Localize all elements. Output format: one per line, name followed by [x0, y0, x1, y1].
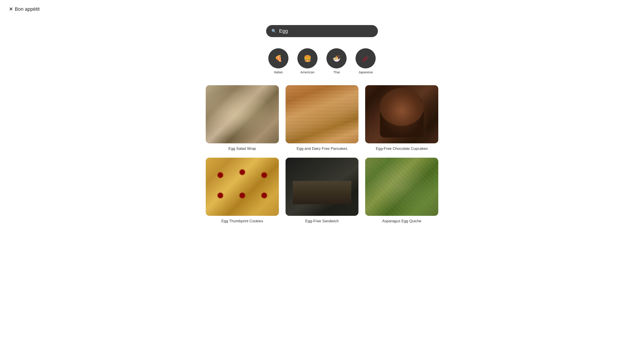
recipe-title-1: Egg Salad Wrap: [228, 146, 256, 151]
category-item-thai[interactable]: 🍜 Thai: [326, 48, 346, 74]
recipe-image-5: [286, 158, 359, 216]
category-circle-japanese[interactable]: 🥢: [356, 48, 376, 68]
cutlery-icon: ✕: [9, 6, 13, 12]
category-item-american[interactable]: 🍔 American: [298, 48, 318, 74]
category-label-japanese: Japanese: [358, 70, 373, 74]
recipe-card-6[interactable]: Asparagus Egg Quiche: [365, 158, 438, 224]
category-label-thai: Thai: [333, 70, 340, 74]
category-item-japanese[interactable]: 🥢 Japanese: [356, 48, 376, 74]
recipe-title-5: Egg-Free Sandwich: [305, 219, 338, 224]
search-input[interactable]: [279, 28, 372, 34]
category-section: 🍕 Italian 🍔 American 🍜 Thai 🥢 Japanese: [0, 46, 644, 85]
logo-text: Bon appétit: [15, 6, 40, 12]
category-item-italian[interactable]: 🍕 Italian: [268, 48, 288, 74]
recipe-image-1: [206, 85, 279, 143]
search-icon: 🔍: [272, 29, 276, 34]
recipe-title-3: Egg-Free Chocolate Cupcakes: [376, 146, 428, 151]
recipe-card-2[interactable]: Egg and Dairy Free Pancakes: [286, 85, 359, 151]
recipe-title-4: Egg Thumbprint Cookies: [222, 219, 263, 224]
recipe-image-2: [286, 85, 359, 143]
recipe-image-4: [206, 158, 279, 216]
recipe-card-3[interactable]: Egg-Free Chocolate Cupcakes: [365, 85, 438, 151]
category-label-american: American: [300, 70, 314, 74]
search-bar: 🔍: [266, 25, 378, 37]
category-circle-american[interactable]: 🍔: [298, 48, 318, 68]
recipe-card-5[interactable]: Egg-Free Sandwich: [286, 158, 359, 224]
category-circle-italian[interactable]: 🍕: [268, 48, 288, 68]
recipe-image-6: [365, 158, 438, 216]
recipe-title-6: Asparagus Egg Quiche: [382, 219, 421, 224]
recipe-card-1[interactable]: Egg Salad Wrap: [206, 85, 279, 151]
recipe-title-2: Egg and Dairy Free Pancakes: [297, 146, 348, 151]
category-circle-thai[interactable]: 🍜: [326, 48, 346, 68]
logo[interactable]: ✕ Bon appétit: [9, 6, 40, 12]
recipe-image-3: [365, 85, 438, 143]
search-section: 🔍: [0, 18, 644, 46]
recipes-grid: Egg Salad Wrap Egg and Dairy Free Pancak…: [161, 85, 483, 232]
category-label-italian: Italian: [274, 70, 283, 74]
recipe-card-4[interactable]: Egg Thumbprint Cookies: [206, 158, 279, 224]
header: ✕ Bon appétit: [0, 0, 644, 18]
